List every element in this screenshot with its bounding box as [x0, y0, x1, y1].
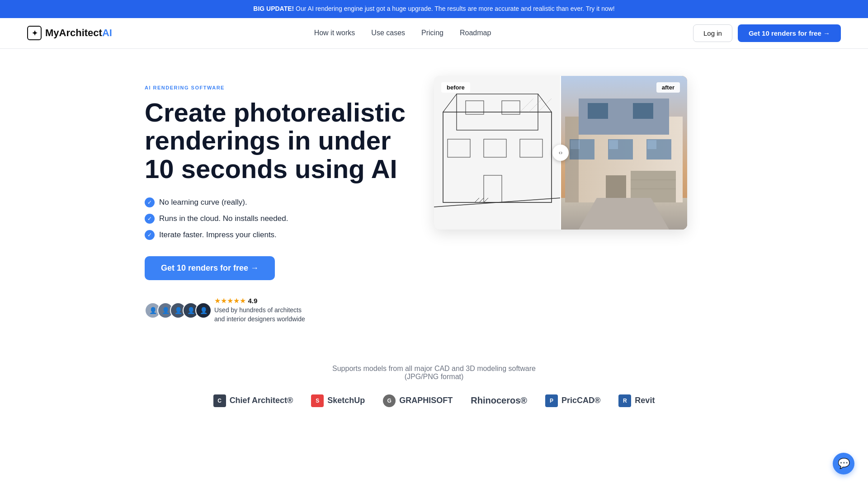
- svg-rect-25: [609, 140, 618, 149]
- nav-cta-button[interactable]: Get 10 renders for free →: [738, 24, 841, 42]
- feature-text-3: Iterate faster. Impress your clients.: [159, 230, 277, 239]
- chief-architect-icon: C: [213, 394, 226, 407]
- nav-actions: Log in Get 10 renders for free →: [693, 24, 841, 42]
- logo-graphisoft: G GRAPHISOFT: [383, 394, 453, 407]
- feature-text-2: Runs in the cloud. No installs needed.: [159, 214, 288, 223]
- after-image: [561, 76, 687, 230]
- logo-name: MyArchitect: [45, 27, 102, 38]
- architectural-sketch: [434, 76, 561, 230]
- hero-features: ✓ No learning curve (really). ✓ Runs in …: [145, 197, 407, 240]
- hero-badge: AI RENDERING SOFTWARE: [145, 85, 407, 90]
- avatar-5: 👤: [195, 302, 212, 319]
- render-overlay: [561, 76, 687, 230]
- graphisoft-label: GRAPHISOFT: [399, 396, 453, 405]
- check-icon-3: ✓: [145, 230, 155, 240]
- check-icon-2: ✓: [145, 214, 155, 224]
- logo-rhinoceros: Rhinoceros®: [471, 395, 527, 406]
- software-logos: C Chief Architect® S SketchUp G GRAPHISO…: [27, 394, 841, 407]
- before-after-slider[interactable]: before after: [434, 76, 687, 230]
- nav-how-it-works[interactable]: How it works: [314, 29, 355, 37]
- nav-use-cases[interactable]: Use cases: [371, 29, 405, 37]
- revit-icon: R: [618, 394, 631, 407]
- logo-symbol: ✦: [32, 29, 38, 38]
- hero-title: Create photorealistic renderings in unde…: [145, 99, 407, 183]
- logos-section: Supports models from all major CAD and 3…: [0, 342, 868, 421]
- star-icons: ★★★★★: [214, 297, 246, 305]
- slider-handle[interactable]: ‹›: [552, 145, 569, 161]
- before-label: before: [441, 82, 470, 93]
- logo-ai: AI: [102, 27, 112, 38]
- nav-links: How it works Use cases Pricing Roadmap: [314, 29, 491, 37]
- hero-right: before after: [434, 76, 687, 230]
- social-proof: 👤 👤 👤 👤 👤 ★★★★★ 4.9 Used by hundreds of …: [145, 296, 407, 324]
- announcement-banner[interactable]: BIG UPDATE! Our AI rendering engine just…: [0, 0, 868, 18]
- svg-rect-34: [633, 103, 653, 119]
- hero-left: AI RENDERING SOFTWARE Create photorealis…: [145, 76, 407, 324]
- revit-label: Revit: [635, 396, 655, 405]
- svg-rect-27: [647, 140, 656, 149]
- feature-item: ✓ No learning curve (really).: [145, 197, 407, 207]
- feature-text-1: No learning curve (really).: [159, 198, 247, 207]
- svg-rect-33: [588, 103, 608, 119]
- pricecad-label: PricCAD®: [561, 396, 600, 405]
- logo-link[interactable]: ✦ MyArchitectAI: [27, 26, 112, 40]
- svg-rect-28: [631, 171, 676, 202]
- logo-icon: ✦: [27, 26, 42, 40]
- render-svg: [561, 76, 687, 230]
- logo-revit: R Revit: [618, 394, 655, 407]
- feature-item: ✓ Iterate faster. Impress your clients.: [145, 230, 407, 240]
- navbar: ✦ MyArchitectAI How it works Use cases P…: [0, 18, 868, 49]
- proof-description: Used by hundreds of architects and inter…: [214, 306, 314, 324]
- banner-text: Our AI rendering engine just got a huge …: [294, 5, 614, 12]
- rating-score: 4.9: [248, 297, 257, 305]
- logo-sketchup: S SketchUp: [311, 394, 365, 407]
- sketchup-label: SketchUp: [327, 396, 365, 405]
- stars-rating: ★★★★★ 4.9: [214, 296, 314, 305]
- graphisoft-icon: G: [383, 394, 396, 407]
- login-button[interactable]: Log in: [693, 24, 732, 42]
- logo-chief-architect: C Chief Architect®: [213, 394, 293, 407]
- hero-cta-button[interactable]: Get 10 renders for free →: [145, 256, 275, 280]
- chief-architect-label: Chief Architect®: [230, 396, 293, 405]
- check-icon-1: ✓: [145, 197, 155, 207]
- sketchup-icon: S: [311, 394, 324, 407]
- banner-prefix: BIG UPDATE!: [253, 5, 294, 12]
- hero-section: AI RENDERING SOFTWARE Create photorealis…: [118, 49, 750, 342]
- support-text: Supports models from all major CAD and 3…: [27, 365, 841, 381]
- pricecad-icon: P: [545, 394, 558, 407]
- nav-pricing[interactable]: Pricing: [421, 29, 443, 37]
- svg-rect-32: [565, 117, 579, 202]
- logo-pricecad: P PricCAD®: [545, 394, 600, 407]
- nav-roadmap[interactable]: Roadmap: [460, 29, 491, 37]
- before-image: [434, 76, 561, 230]
- proof-text-block: ★★★★★ 4.9 Used by hundreds of architects…: [214, 296, 314, 324]
- logo-wordmark: MyArchitectAI: [45, 27, 112, 39]
- rhinoceros-label: Rhinoceros®: [471, 395, 527, 406]
- after-label: after: [656, 82, 680, 93]
- avatar-group: 👤 👤 👤 👤 👤: [145, 302, 208, 319]
- feature-item: ✓ Runs in the cloud. No installs needed.: [145, 214, 407, 224]
